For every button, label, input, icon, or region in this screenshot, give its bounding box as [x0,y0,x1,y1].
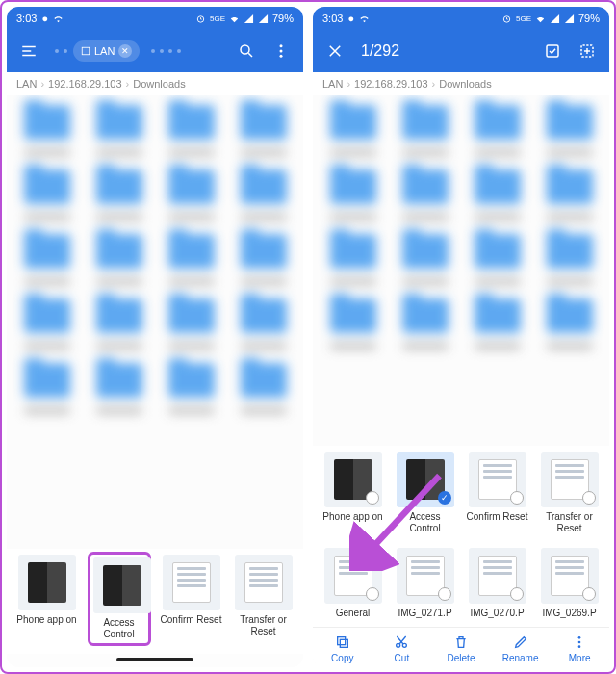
rename-button[interactable]: Rename [494,634,548,663]
home-indicator [116,658,193,661]
file-item[interactable]: IMG_0271.P [394,548,457,619]
action-label: Copy [331,653,353,663]
file-label: Access Control [93,617,145,640]
file-item[interactable]: Phone app on [321,452,385,534]
file-row: General IMG_0271.P IMG_0270.P IMG_0269.P [313,542,609,627]
wifi-icon [359,13,370,24]
breadcrumb[interactable]: LAN› 192.168.29.103› Downloads [7,72,303,95]
more-button[interactable]: More [552,634,606,663]
svg-point-15 [578,645,581,648]
more-vert-icon [572,635,587,650]
delete-button[interactable]: Delete [434,634,488,663]
crumb[interactable]: Downloads [439,78,491,90]
file-item[interactable]: Transfer or Reset [538,452,602,534]
signal-icon [244,13,254,24]
wifi-icon [53,13,64,24]
action-label: Rename [502,653,539,663]
file-item[interactable]: General [321,548,385,619]
battery-text: 79% [272,13,294,24]
select-all-button[interactable] [538,37,567,65]
svg-rect-7 [547,45,558,57]
file-item[interactable]: Phone app on [15,555,79,646]
action-label: Cut [395,653,410,663]
close-icon [326,42,344,60]
crumb[interactable]: 192.168.29.103 [354,78,427,90]
svg-point-3 [280,44,283,47]
menu-button[interactable] [14,37,43,65]
cut-button[interactable]: Cut [374,634,428,663]
file-label: IMG_0269.P [538,608,602,619]
file-label: Transfer or Reset [538,511,602,534]
crumb[interactable]: LAN [16,78,37,90]
crumb[interactable]: LAN [322,78,343,90]
more-vert-icon [272,42,290,60]
file-item[interactable]: Transfer or Reset [232,555,295,646]
action-label: Delete [448,653,475,663]
copy-button[interactable]: Copy [316,634,370,663]
file-item[interactable]: IMG_0270.P [466,548,529,619]
file-grid[interactable]: Phone app on Access Control Confirm Rese… [7,95,303,654]
file-label: Confirm Reset [466,511,529,523]
select-range-icon [578,42,596,60]
battery-text: 79% [578,13,600,24]
file-label: Phone app on [321,511,385,523]
file-item[interactable]: Confirm Reset [466,452,529,534]
file-label: IMG_0270.P [466,608,529,619]
status-time: 3:03 [322,13,343,24]
svg-point-2 [241,45,249,54]
file-label: Transfer or Reset [232,614,295,637]
search-icon [238,42,255,60]
wifi-icon [535,13,546,24]
crumb[interactable]: 192.168.29.103 [48,78,121,90]
action-label: More [569,653,591,663]
svg-rect-10 [337,637,345,645]
alarm-icon [195,13,206,24]
overflow-button[interactable] [267,37,295,65]
checkbox-icon [544,42,561,60]
selection-toolbar: 1/292 [313,30,609,72]
alarm-icon [501,13,512,24]
file-grid[interactable]: Phone app on ✓ Access Control Confirm Re… [313,95,609,627]
lan-icon [81,46,90,56]
chip-close[interactable]: ✕ [118,44,132,58]
menu-icon [20,42,38,60]
svg-point-4 [280,50,283,53]
file-label: IMG_0271.P [394,608,457,619]
pencil-icon [513,635,528,650]
file-row: Phone app on Access Control Confirm Rese… [7,549,303,654]
chip-label: LAN [94,45,115,57]
select-range-button[interactable] [573,37,602,65]
search-button[interactable] [232,37,261,65]
cut-icon [394,635,409,650]
file-label: Confirm Reset [160,614,223,626]
file-label: Access Control [394,511,457,534]
file-item[interactable]: Confirm Reset [160,555,223,646]
selection-count: 1/292 [361,42,399,60]
left-phone: 3:03 ● 5GE 79% LAN ✕ [7,7,303,667]
action-bar: Copy Cut Delete Rename More [313,627,609,667]
net-icon: 5GE [210,14,225,23]
chat-icon: ● [41,13,48,24]
signal-icon [564,13,575,24]
svg-rect-9 [340,639,347,647]
trash-icon [453,635,469,650]
right-phone: 3:03 ● 5GE 79% 1/292 [313,7,609,667]
status-bar: 3:03 ● 5GE 79% [7,7,303,30]
close-selection-button[interactable] [321,37,349,65]
breadcrumb[interactable]: LAN› 192.168.29.103› Downloads [313,72,609,95]
svg-point-14 [578,641,581,644]
signal-icon [258,13,269,24]
file-item-highlighted[interactable]: Access Control [88,552,151,646]
signal-icon [550,13,560,24]
svg-point-13 [578,636,581,639]
status-bar: 3:03 ● 5GE 79% [313,7,609,30]
lan-chip[interactable]: LAN ✕ [73,40,140,62]
check-icon: ✓ [438,491,451,505]
toolbar: LAN ✕ [7,30,303,72]
crumb[interactable]: Downloads [133,78,185,90]
status-time: 3:03 [16,13,37,24]
file-item[interactable]: IMG_0269.P [538,548,602,619]
copy-icon [335,635,350,650]
net-icon: 5GE [516,14,531,23]
file-item-selected[interactable]: ✓ Access Control [394,452,457,534]
